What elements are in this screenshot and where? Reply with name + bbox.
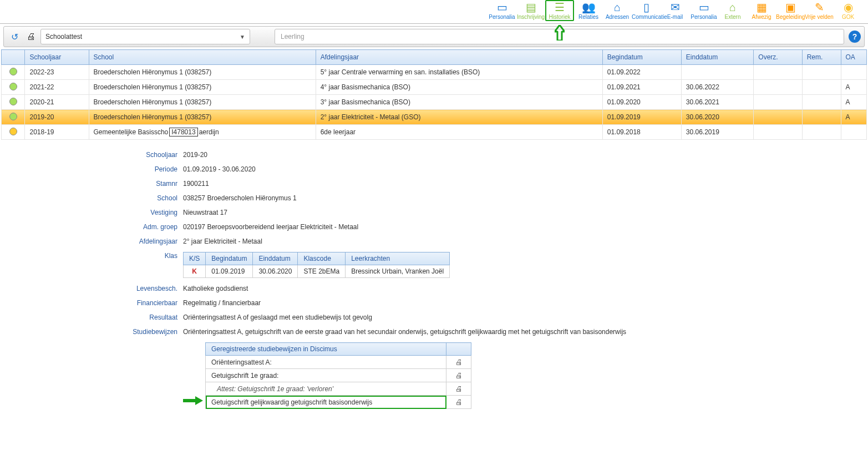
grid-header-row: Schooljaar School Afdelingsjaar Begindat… [2, 50, 867, 65]
value-financierbaar: Regelmatig / financierbaar [183, 298, 868, 307]
col-afdelingsjaar[interactable]: Afdelingsjaar [316, 50, 602, 65]
cell-oa: A [841, 95, 866, 110]
nav-relaties[interactable]: 👥 Relaties [574, 0, 603, 20]
value-afdelingsjaar: 2° jaar Elektriciteit - Metaal [183, 236, 868, 245]
cell-rem [802, 125, 841, 140]
col-rem[interactable]: Rem. [802, 50, 841, 65]
document-type-select[interactable]: Schoolattest ▼ [40, 29, 250, 44]
highlight-arrow-up-icon [555, 25, 565, 41]
nav-communicatie[interactable]: ▯ Communicatie [632, 0, 661, 20]
nav-label: Inschrijving [517, 14, 545, 20]
cell-schooljaar: 2022-23 [25, 65, 89, 80]
home-icon: ⌂ [603, 2, 632, 13]
col-schooljaar[interactable]: Schooljaar [25, 50, 89, 65]
klas-leerkrachten: Bressinck Urbain, Vranken Joël [346, 265, 450, 278]
help-button[interactable]: ? [849, 31, 861, 43]
proof-row[interactable]: Getuigschrift 1e graad: [206, 369, 471, 382]
proof-row[interactable]: Attest: Getuigschrift 1e graad: 'verlore… [206, 382, 471, 396]
cell-einddatum: 30.06.2020 [681, 110, 753, 125]
col-overz[interactable]: Overz. [754, 50, 802, 65]
label-levensbesch: Levensbesch. [0, 284, 183, 292]
cell-afdelingsjaar: 3° jaar Basismechanica (BSO) [316, 95, 602, 110]
value-levensbesch: Katholieke godsdienst [183, 284, 868, 292]
klas-th-ks[interactable]: K/S [184, 252, 206, 265]
klas-th-klascode[interactable]: Klascode [298, 252, 346, 265]
nav-personalia2[interactable]: ▭ Personalia [689, 0, 718, 20]
folder-icon: ▣ [776, 2, 805, 13]
value-admgroep: 020197 Beroepsvoorbereidend leerjaar Ele… [183, 222, 868, 231]
cell-einddatum: 30.06.2021 [681, 95, 753, 110]
proof-print-button[interactable] [446, 396, 471, 409]
status-dot-icon [9, 68, 17, 75]
proof-print-button[interactable] [446, 382, 471, 396]
nav-begeleiding[interactable]: ▣ Begeleiding [776, 0, 805, 20]
nav-gok[interactable]: ◉ GOK [834, 0, 862, 20]
nav-adressen[interactable]: ⌂ Adressen [603, 0, 632, 20]
nav-vrije-velden[interactable]: ✎ Vrije velden [805, 0, 834, 20]
label-admgroep: Adm. groep [0, 222, 183, 231]
label-stamnr: Stamnr [0, 179, 183, 188]
cell-oa: A [841, 80, 866, 95]
nav-label: Begeleiding [776, 14, 805, 20]
col-school[interactable]: School [89, 50, 316, 65]
cell-oa [841, 125, 866, 140]
nav-label: GOK [842, 14, 854, 20]
proof-row[interactable]: Oriënteringsattest A: [206, 356, 471, 369]
edit-icon: ✎ [805, 2, 834, 13]
cell-begindatum: 01.09.2019 [602, 110, 681, 125]
label-schooljaar: Schooljaar [0, 150, 183, 159]
clipboard-icon: ▤ [516, 2, 545, 13]
nav-label: Extern [725, 14, 741, 20]
status-dot-icon [9, 128, 17, 135]
label-studiebewijzen: Studiebewijzen [0, 327, 183, 336]
status-dot-icon [9, 83, 17, 90]
nav-extern[interactable]: ⌂ Extern [718, 0, 747, 20]
table-row[interactable]: 2019-20 Broederscholen Hiëronymus 1 (038… [2, 110, 867, 125]
proof-row[interactable]: Getuigschrift gelijkwaardig getuigschrif… [206, 396, 471, 409]
klas-th-einddatum[interactable]: Einddatum [253, 252, 298, 265]
table-row[interactable]: 2022-23 Broederscholen Hiëronymus 1 (038… [2, 65, 867, 80]
proofs-table: Geregistreerde studiebewijzen in Discimu… [205, 342, 471, 409]
col-status[interactable] [2, 50, 25, 65]
print-icon [455, 398, 463, 406]
proof-print-button[interactable] [446, 369, 471, 382]
nav-afwezig[interactable]: ▦ Afwezig [747, 0, 776, 20]
print-icon [455, 385, 463, 393]
school-id-box: I478013 [169, 128, 197, 136]
nav-label: Afwezig [752, 14, 771, 20]
label-vestiging: Vestiging [0, 208, 183, 216]
value-schooljaar: 2019-20 [183, 150, 868, 159]
cell-overz [754, 65, 802, 80]
nav-personalia[interactable]: ▭ Personalia [488, 0, 516, 20]
proof-print-button[interactable] [446, 356, 471, 369]
house-tag-icon: ⌂ [718, 2, 747, 13]
cell-schooljaar: 2018-19 [25, 125, 89, 140]
col-begindatum[interactable]: Begindatum [602, 50, 681, 65]
cell-school: Broederscholen Hiëronymus 1 (038257) [89, 80, 316, 95]
klas-th-begindatum[interactable]: Begindatum [206, 252, 253, 265]
table-row[interactable]: 2020-21 Broederscholen Hiëronymus 1 (038… [2, 95, 867, 110]
cell-afdelingsjaar: 4° jaar Basismechanica (BSO) [316, 80, 602, 95]
nav-label: Adressen [606, 14, 629, 20]
proof-text: Oriënteringsattest A: [206, 356, 446, 369]
nav-historiek[interactable]: ☰ Historiek [545, 0, 574, 21]
print-button[interactable]: 🖨 [24, 29, 38, 44]
cell-overz [754, 125, 802, 140]
status-dot-icon [9, 113, 17, 120]
nav-inschrijving[interactable]: ▤ Inschrijving [516, 0, 545, 20]
table-row[interactable]: 2021-22 Broederscholen Hiëronymus 1 (038… [2, 80, 867, 95]
chevron-down-icon: ▼ [240, 34, 245, 40]
nav-label: Personalia [489, 14, 515, 20]
col-einddatum[interactable]: Einddatum [681, 50, 753, 65]
phone-icon: ▯ [632, 2, 661, 13]
klas-table: K/S Begindatum Einddatum Klascode Leerkr… [183, 252, 450, 278]
col-oa[interactable]: OA [841, 50, 866, 65]
klas-th-leerkrachten[interactable]: Leerkrachten [346, 252, 450, 265]
cell-overz [754, 110, 802, 125]
table-row[interactable]: 2018-19 Gemeentelijke BasisschoI478013ae… [2, 125, 867, 140]
value-school: 038257 Broederscholen Hiëronymus 1 [183, 193, 868, 202]
nav-email[interactable]: ✉ E-mail [661, 0, 689, 20]
refresh-button[interactable]: ↺ [7, 29, 22, 44]
label-financierbaar: Financierbaar [0, 298, 183, 307]
klas-row[interactable]: K 01.09.2019 30.06.2020 STE 2bEMa Bressi… [184, 265, 450, 278]
